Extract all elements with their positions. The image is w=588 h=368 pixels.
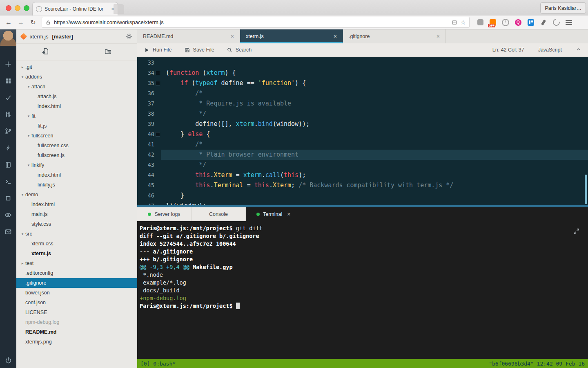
import-file-button[interactable] <box>104 47 112 57</box>
tree-item-test[interactable]: ▸test <box>16 258 137 268</box>
window-close-button[interactable] <box>6 5 11 11</box>
chevron-down-icon[interactable]: ▾ <box>20 232 25 236</box>
chevron-right-icon[interactable]: ▸ <box>20 65 25 69</box>
tree-item-src[interactable]: ▾src <box>16 229 137 239</box>
tab-close-icon[interactable]: × <box>334 33 337 40</box>
fold-icon[interactable] <box>156 81 160 85</box>
chevron-down-icon[interactable]: ▾ <box>26 114 31 118</box>
tree-item-linkify[interactable]: ▾linkify <box>16 160 137 170</box>
tree-item-README.md[interactable]: README.md <box>16 327 137 337</box>
settings-gear-icon[interactable] <box>126 33 132 40</box>
tree-item-npm-debug.log[interactable]: npm-debug.log <box>16 317 137 327</box>
reload-button[interactable]: ↻ <box>28 18 38 26</box>
tree-item-.gitignore[interactable]: .gitignore <box>16 278 137 288</box>
profile-button[interactable]: Paris Kasidiar… <box>540 2 586 13</box>
tree-item-xterm.js[interactable]: xterm.js <box>16 249 137 258</box>
tree-item-index.html[interactable]: index.html <box>16 170 137 180</box>
loop-extension-icon[interactable] <box>551 18 561 27</box>
check-icon[interactable] <box>4 94 12 101</box>
chevron-right-icon[interactable]: ▸ <box>20 261 25 265</box>
tree-item-style.css[interactable]: style.css <box>16 219 137 229</box>
tree-item-bower.json[interactable]: bower.json <box>16 288 137 298</box>
eye-icon[interactable] <box>4 211 12 219</box>
tree-item-addons[interactable]: ▾addons <box>16 72 137 82</box>
horizontal-scrollbar[interactable] <box>137 205 588 207</box>
fold-icon[interactable] <box>156 71 160 75</box>
fold-marker[interactable] <box>154 129 161 139</box>
book-icon[interactable] <box>4 161 12 168</box>
browser-tab[interactable]: i SourceLair - Online IDE for × <box>33 2 118 16</box>
tree-item-index.html[interactable]: index.html <box>16 200 137 209</box>
language-mode[interactable]: JavaScript <box>538 47 562 53</box>
expand-icon[interactable] <box>573 228 580 235</box>
chevron-down-icon[interactable]: ▾ <box>20 75 25 79</box>
vertical-scrollbar[interactable] <box>585 175 587 204</box>
tab-close-icon[interactable]: × <box>231 33 234 40</box>
tab-close-icon[interactable]: × <box>287 211 290 218</box>
sliders-icon[interactable] <box>4 111 12 118</box>
chevron-down-icon[interactable]: ▾ <box>26 85 31 89</box>
tree-item-fullscreen.js[interactable]: fullscreen.js <box>16 150 137 160</box>
bookmark-star-icon[interactable]: ☆ <box>461 19 466 26</box>
tree-item-demo[interactable]: ▾demo <box>16 190 137 200</box>
editor-tab-xterm.js[interactable]: xterm.js× <box>240 29 343 43</box>
editor-tab-.gitignore[interactable]: .gitignore× <box>343 29 446 43</box>
chevron-down-icon[interactable]: ▾ <box>26 134 31 138</box>
window-minimize-button[interactable] <box>15 5 20 11</box>
url-bar[interactable]: https://www.sourcelair.com/workspace/xte… <box>42 17 470 28</box>
q-extension-icon[interactable]: Q <box>513 18 523 27</box>
clock-extension-icon[interactable] <box>501 18 510 27</box>
fold-marker[interactable] <box>154 68 161 78</box>
back-button[interactable]: ← <box>3 19 14 26</box>
mail-icon[interactable] <box>4 228 12 236</box>
tree-item-LICENSE[interactable]: LICENSE <box>16 307 137 317</box>
tree-item-index.html[interactable]: index.html <box>16 101 137 111</box>
tree-item-xterm.css[interactable]: xterm.css <box>16 239 137 249</box>
reader-mode-icon[interactable] <box>452 20 457 25</box>
tree-item-xtermjs.png[interactable]: xtermjs.png <box>16 337 137 347</box>
tab-close-icon[interactable]: × <box>437 33 440 40</box>
browser-menu-icon[interactable] <box>564 18 574 27</box>
tree-item-.editorconfig[interactable]: .editorconfig <box>16 268 137 278</box>
save-file-button[interactable]: Save File <box>184 47 214 53</box>
chevron-down-icon[interactable]: ▾ <box>20 193 25 197</box>
power-icon[interactable] <box>4 357 12 364</box>
hand-extension-icon[interactable] <box>475 18 485 27</box>
bolt-icon[interactable] <box>4 144 12 152</box>
user-avatar[interactable] <box>0 29 16 46</box>
fold-icon[interactable] <box>156 132 160 137</box>
terminal-tab-server-logs[interactable]: Server logs <box>137 207 192 221</box>
tree-item-.git[interactable]: ▸.git <box>16 62 137 72</box>
new-file-button[interactable] <box>42 47 49 57</box>
stop-icon[interactable] <box>4 195 12 202</box>
window-zoom-button[interactable] <box>24 5 29 11</box>
adblock-extension-icon[interactable]: OFF <box>488 18 498 27</box>
tree-item-attach[interactable]: ▾attach <box>16 82 137 92</box>
search-button[interactable]: Search <box>227 47 252 53</box>
branch-icon[interactable] <box>4 128 12 135</box>
tree-item-conf.json[interactable]: conf.json <box>16 298 137 307</box>
tree-item-attach.js[interactable]: attach.js <box>16 92 137 101</box>
tree-item-fullscreen.css[interactable]: fullscreen.css <box>16 141 137 150</box>
pin-extension-icon[interactable] <box>539 18 548 27</box>
tree-item-fullscreen[interactable]: ▾fullscreen <box>16 131 137 141</box>
terminal[interactable]: Paris@xterm.js:/mnt/project$ git diffdif… <box>137 221 588 359</box>
tree-item-linkify.js[interactable]: linkify.js <box>16 180 137 190</box>
run-file-button[interactable]: Run File <box>144 47 172 53</box>
forward-button[interactable]: → <box>16 19 26 26</box>
tree-item-main.js[interactable]: main.js <box>16 209 137 219</box>
editor-tab-README.md[interactable]: README.md× <box>137 29 240 43</box>
terminal-tab-console[interactable]: Console <box>192 207 246 221</box>
code-editor[interactable]: 3334(function (xterm) {35 if (typeof def… <box>137 57 588 207</box>
tree-item-fit.js[interactable]: fit.js <box>16 121 137 131</box>
terminal-icon[interactable] <box>4 178 12 185</box>
fold-marker[interactable] <box>154 78 161 88</box>
chevron-down-icon[interactable]: ▾ <box>26 163 31 167</box>
plus-icon[interactable] <box>4 61 12 68</box>
apps-icon[interactable] <box>4 77 12 85</box>
terminal-tab-terminal[interactable]: Terminal× <box>246 207 301 221</box>
chevron-up-icon[interactable] <box>576 47 581 54</box>
tree-item-fit[interactable]: ▾fit <box>16 111 137 121</box>
trello-extension-icon[interactable] <box>526 18 536 27</box>
new-tab-button[interactable] <box>114 4 124 14</box>
